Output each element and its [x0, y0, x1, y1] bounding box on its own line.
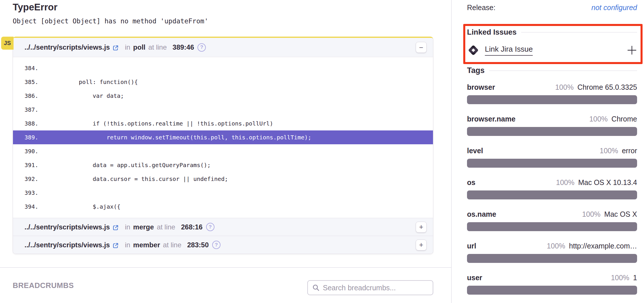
- tag-value: Mac OS X 10.13.4: [578, 178, 637, 187]
- tag-distribution-bar: [467, 222, 637, 231]
- release-row: Release: not configured: [467, 3, 637, 12]
- code-line: 391. data = app.utils.getQueryParams();: [13, 158, 433, 172]
- heading-rule: [521, 32, 637, 33]
- tag-value: 1: [633, 274, 637, 282]
- external-link-icon[interactable]: [112, 224, 119, 231]
- expand-frame-button[interactable]: +: [416, 240, 427, 250]
- frame-function-name: member: [133, 241, 160, 249]
- code-line: 394. $.ajax({: [13, 200, 433, 214]
- tag-distribution-bar: [467, 254, 637, 263]
- error-message: Object [object Object] has no method 'up…: [13, 17, 208, 25]
- event-sidebar: Release: not configured Linked Issues Li…: [452, 0, 644, 303]
- tag-percent: 100%: [589, 115, 608, 123]
- tag-key: url: [467, 242, 476, 250]
- stack-frame-header[interactable]: ../../sentry/scripts/views.js in poll at…: [13, 38, 433, 57]
- jira-icon: [467, 44, 480, 57]
- tag-distribution-bar: [467, 159, 637, 168]
- breadcrumbs-search-box[interactable]: [307, 280, 433, 295]
- frame-file-path[interactable]: ../../sentry/scripts/views.js: [25, 43, 110, 51]
- tag-distribution-bar: [467, 127, 637, 136]
- tag-distribution-bar: [467, 190, 637, 199]
- frame-line-number: 389:46: [173, 43, 194, 51]
- tag-row-url[interactable]: url 100% http://example.com…: [467, 242, 637, 263]
- tag-percent: 100%: [611, 274, 629, 282]
- heading-rule: [489, 70, 637, 71]
- tag-value: error: [622, 147, 637, 155]
- stack-frame-collapsed-merge[interactable]: ../../sentry/scripts/views.js in merge a…: [13, 218, 433, 236]
- frame-atline-label: at line: [157, 223, 175, 231]
- frame-in-label: in: [125, 223, 130, 231]
- code-line: 392. data.cursor = this.cursor || undefi…: [13, 172, 433, 186]
- link-jira-issue-link[interactable]: Link Jira Issue: [485, 45, 533, 56]
- release-not-configured-link[interactable]: not configured: [592, 3, 637, 12]
- frame-line-number: 283:50: [187, 241, 209, 249]
- breadcrumbs-search-input[interactable]: [323, 284, 429, 292]
- tag-value: Chrome: [611, 115, 637, 123]
- frame-in-label: in: [125, 43, 130, 51]
- search-icon: [312, 284, 320, 292]
- expand-frame-button[interactable]: +: [416, 222, 427, 233]
- frame-in-label: in: [125, 241, 130, 249]
- tag-row-os[interactable]: os 100% Mac OS X 10.13.4: [467, 178, 637, 199]
- tag-distribution-bar: [467, 95, 637, 104]
- tag-row-level[interactable]: level 100% error: [467, 147, 637, 168]
- tag-value: Chrome 65.0.3325: [577, 83, 637, 91]
- tag-row-os-name[interactable]: os.name 100% Mac OS X: [467, 210, 637, 231]
- tag-row-user[interactable]: user 100% 1: [467, 274, 637, 295]
- tag-key: browser: [467, 83, 495, 91]
- tag-value: Mac OS X: [604, 210, 637, 218]
- tag-row-browser[interactable]: browser 100% Chrome 65.0.3325: [467, 83, 637, 104]
- tag-key: os: [467, 178, 475, 187]
- code-line: 393.: [13, 186, 433, 200]
- tags-list: browser 100% Chrome 65.0.3325 browser.na…: [467, 83, 637, 303]
- tag-row-browser-name[interactable]: browser.name 100% Chrome: [467, 115, 637, 136]
- tag-key: os.name: [467, 210, 496, 218]
- frame-function-name: merge: [133, 223, 154, 231]
- tag-percent: 100%: [600, 147, 618, 155]
- tag-value: http://example.com…: [569, 242, 637, 250]
- tag-key: user: [467, 274, 482, 282]
- code-line-crash-highlight: 389. return window.setTimeout(this.poll,…: [13, 130, 433, 144]
- stacktrace-panel: JS ../../sentry/scripts/views.js in poll…: [13, 37, 433, 254]
- external-link-icon[interactable]: [112, 242, 119, 249]
- tag-percent: 100%: [555, 83, 574, 91]
- stack-frame-collapsed-member[interactable]: ../../sentry/scripts/views.js in member …: [13, 236, 433, 254]
- tag-key: level: [467, 147, 483, 155]
- help-icon[interactable]: ?: [206, 223, 214, 231]
- tags-heading: Tags: [467, 66, 637, 75]
- code-line: 384.: [13, 61, 433, 75]
- code-line: 385. poll: function(){: [13, 75, 433, 89]
- release-label: Release:: [467, 3, 496, 12]
- frame-file-path[interactable]: ../../sentry/scripts/views.js: [25, 223, 110, 231]
- tag-key: browser.name: [467, 115, 515, 123]
- help-icon[interactable]: ?: [197, 43, 206, 52]
- frame-file-path[interactable]: ../../sentry/scripts/views.js: [25, 241, 110, 249]
- event-main-column: TypeError Object [object Object] has no …: [0, 0, 451, 303]
- error-type-title: TypeError: [13, 2, 57, 13]
- code-line: 387.: [13, 103, 433, 117]
- frame-line-number: 268:16: [181, 223, 203, 231]
- help-icon[interactable]: ?: [212, 241, 221, 249]
- collapse-frame-button[interactable]: −: [416, 42, 427, 53]
- section-divider: [0, 267, 451, 268]
- frame-atline-label: at line: [163, 241, 181, 249]
- breadcrumbs-section-title: BREADCRUMBS: [13, 281, 74, 290]
- add-linked-issue-button[interactable]: [627, 45, 637, 55]
- frame-function-name: poll: [133, 43, 146, 51]
- external-link-icon[interactable]: [112, 44, 119, 51]
- source-code-block: 384. 385. poll: function(){ 386. var dat…: [13, 57, 433, 218]
- tag-percent: 100%: [547, 242, 565, 250]
- code-line: 390.: [13, 144, 433, 158]
- frame-atline-label: at line: [148, 43, 167, 51]
- code-line: 388. if (!this.options.realtime || !this…: [13, 117, 433, 130]
- linked-issues-heading: Linked Issues: [467, 28, 637, 37]
- link-jira-issue-row: Link Jira Issue: [467, 43, 637, 58]
- issue-detail-page: TypeError Object [object Object] has no …: [0, 0, 644, 303]
- tag-percent: 100%: [582, 210, 600, 218]
- code-line: 386. var data;: [13, 89, 433, 103]
- platform-js-badge: JS: [1, 37, 14, 50]
- tag-percent: 100%: [556, 178, 575, 187]
- tag-distribution-bar: [467, 286, 637, 295]
